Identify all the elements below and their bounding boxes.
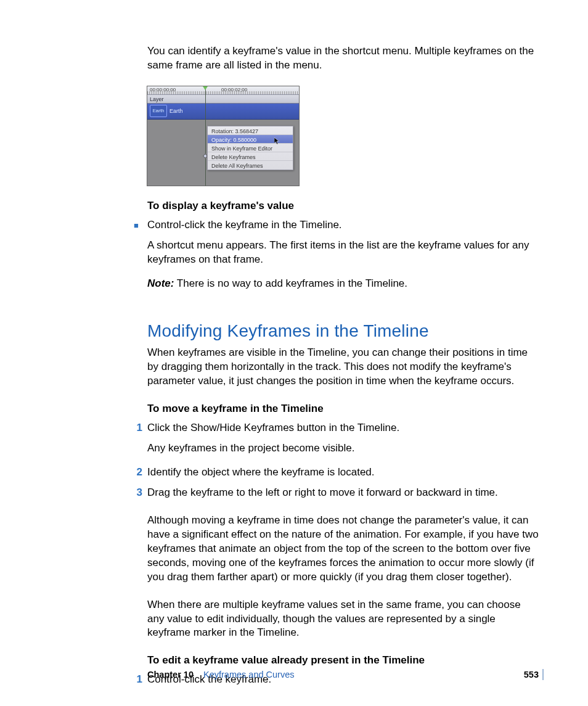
step-number: 1 bbox=[134, 421, 147, 435]
para-multi-values: When there are multiple keyframe values … bbox=[147, 598, 539, 641]
menu-item-rotation[interactable]: Rotation: 3.568427 bbox=[208, 126, 293, 135]
intro-paragraph: You can identify a keyframe's value in t… bbox=[147, 44, 539, 73]
track-row-earth: Earth Earth bbox=[147, 104, 299, 120]
page-footer: Chapter 10 Keyframes and Curves 553 bbox=[147, 670, 539, 679]
step-text: Click the Show/Hide Keyframes button in … bbox=[147, 421, 399, 435]
note-label: Note: bbox=[147, 277, 174, 289]
timecode-start: 00:00:00;00 bbox=[150, 87, 176, 94]
edit-heading: To edit a keyframe value already present… bbox=[147, 654, 539, 668]
timecode-two: 00:00:02;00 bbox=[221, 87, 247, 94]
track-label: Earth bbox=[169, 107, 183, 115]
note-body: There is no way to add keyframes in the … bbox=[174, 277, 407, 289]
cursor-icon bbox=[274, 138, 280, 145]
step-row-1: 1 Click the Show/Hide Keyframes button i… bbox=[147, 421, 539, 435]
step-row-3: 3 Drag the keyframe to the left or right… bbox=[147, 486, 539, 500]
chapter-label: Chapter 10 bbox=[147, 670, 194, 679]
context-menu: Rotation: 3.568427 Opacity: 0.580000 Sho… bbox=[207, 126, 293, 170]
step-text: Drag the keyframe to the left or right t… bbox=[147, 486, 498, 500]
layer-header: Layer bbox=[147, 95, 299, 104]
bullet-icon: ■ bbox=[134, 218, 147, 232]
chapter-title: Keyframes and Curves bbox=[203, 670, 294, 679]
shortcut-menu-result: A shortcut menu appears. The first items… bbox=[147, 239, 539, 267]
bullet-item: ■ Control-click the keyframe in the Time… bbox=[147, 218, 539, 232]
bullet-text: Control-click the keyframe in the Timeli… bbox=[147, 218, 342, 232]
menu-item-delete-keyframes[interactable]: Delete Keyframes bbox=[208, 152, 293, 161]
move-heading: To move a keyframe in the Timeline bbox=[147, 402, 539, 416]
step-number: 3 bbox=[134, 486, 147, 500]
step1-result: Any keyframes in the project become visi… bbox=[147, 441, 539, 456]
playhead-icon bbox=[205, 86, 206, 186]
timeline-screenshot: 00:00:00;00 00:00:02;00 Layer Earth Eart… bbox=[147, 86, 299, 186]
footer-rule-icon bbox=[542, 669, 544, 680]
step-text: Identify the object where the keyframe i… bbox=[147, 466, 375, 480]
note-line: Note: There is no way to add keyframes i… bbox=[147, 277, 539, 291]
para-effect: Although moving a keyframe in time does … bbox=[147, 514, 539, 585]
menu-item-delete-all-keyframes[interactable]: Delete All Keyframes bbox=[208, 161, 293, 170]
modify-heading: Modifying Keyframes in the Timeline bbox=[147, 319, 539, 343]
step-number: 2 bbox=[134, 466, 147, 480]
display-value-heading: To display a keyframe's value bbox=[147, 199, 539, 213]
page-body: You can identify a keyframe's value in t… bbox=[147, 44, 539, 693]
track-thumbnail: Earth bbox=[150, 105, 167, 117]
page-number: 553 bbox=[524, 670, 539, 679]
menu-item-show-editor[interactable]: Show in Keyframe Editor bbox=[208, 144, 293, 152]
menu-item-opacity-label: Opacity: 0.580000 bbox=[211, 137, 256, 143]
modify-intro: When keyframes are visible in the Timeli… bbox=[147, 346, 539, 388]
step-number: 1 bbox=[134, 673, 147, 687]
step-row-2: 2 Identify the object where the keyframe… bbox=[147, 466, 539, 480]
menu-item-opacity[interactable]: Opacity: 0.580000 bbox=[208, 135, 293, 144]
timeline-ruler: 00:00:00;00 00:00:02;00 bbox=[147, 86, 299, 95]
